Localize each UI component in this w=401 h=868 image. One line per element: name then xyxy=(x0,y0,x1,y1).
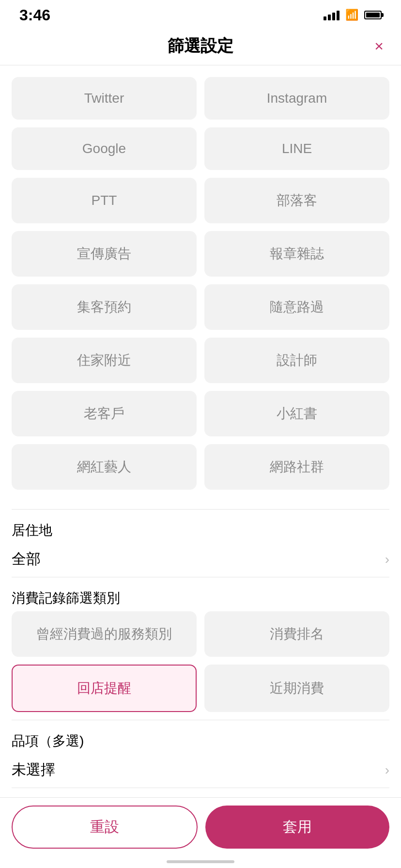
source-button-網路社群[interactable]: 網路社群 xyxy=(204,444,389,490)
consumption-rows: 曾經消費過的服務類別消費排名回店提醒近期消費 xyxy=(12,611,389,712)
source-button-網紅藝人[interactable]: 網紅藝人 xyxy=(12,444,197,490)
source-button-row: TwitterInstagram xyxy=(12,77,389,120)
apply-button[interactable]: 套用 xyxy=(205,806,389,849)
content-area: TwitterInstagramGoogleLINEPTT部落客宣傳廣告報章雜誌… xyxy=(0,65,401,868)
items-section: 品項（多選) 未選擇 › xyxy=(12,720,389,788)
page-title: 篩選設定 xyxy=(168,35,233,57)
source-button-住家附近[interactable]: 住家附近 xyxy=(12,338,197,383)
source-button-宣傳廣告[interactable]: 宣傳廣告 xyxy=(12,231,197,277)
bottom-bar: 重設 套用 xyxy=(0,797,401,868)
source-button-row: 住家附近設計師 xyxy=(12,338,389,383)
residence-label: 居住地 xyxy=(12,510,389,543)
status-time: 3:46 xyxy=(19,6,50,24)
source-button-Google[interactable]: Google xyxy=(12,127,197,170)
source-button-部落客[interactable]: 部落客 xyxy=(204,178,389,223)
consumption-button-消費排名[interactable]: 消費排名 xyxy=(204,611,389,657)
consumption-filter-section: 消費記錄篩選類別 曾經消費過的服務類別消費排名回店提醒近期消費 xyxy=(12,577,389,712)
source-button-Twitter[interactable]: Twitter xyxy=(12,77,197,120)
header: 篩選設定 × xyxy=(0,27,401,65)
source-button-Instagram[interactable]: Instagram xyxy=(204,77,389,120)
consumption-button-近期消費[interactable]: 近期消費 xyxy=(204,665,389,712)
home-indicator xyxy=(167,860,234,863)
source-button-PTT[interactable]: PTT xyxy=(12,178,197,223)
status-icons: 📶 xyxy=(324,9,382,21)
consumption-button-回店提醒[interactable]: 回店提醒 xyxy=(12,665,197,712)
close-button[interactable]: × xyxy=(374,38,384,54)
residence-section: 居住地 全部 › xyxy=(12,510,389,577)
source-button-row: 老客戶小紅書 xyxy=(12,391,389,436)
source-button-row: 網紅藝人網路社群 xyxy=(12,444,389,490)
residence-row[interactable]: 全部 › xyxy=(12,543,389,577)
items-row[interactable]: 未選擇 › xyxy=(12,754,389,788)
consumption-filter-label: 消費記錄篩選類別 xyxy=(12,577,389,611)
source-button-row: 集客預約隨意路過 xyxy=(12,284,389,330)
source-rows: TwitterInstagramGoogleLINEPTT部落客宣傳廣告報章雜誌… xyxy=(12,77,389,490)
source-button-row: 宣傳廣告報章雜誌 xyxy=(12,231,389,277)
items-label: 品項（多選) xyxy=(12,720,389,754)
residence-arrow-icon: › xyxy=(385,552,389,567)
items-arrow-icon: › xyxy=(385,762,389,778)
consumption-button-row: 回店提醒近期消費 xyxy=(12,665,389,712)
source-button-隨意路過[interactable]: 隨意路過 xyxy=(204,284,389,330)
battery-icon xyxy=(364,11,382,19)
wifi-icon: 📶 xyxy=(345,9,358,21)
source-button-LINE[interactable]: LINE xyxy=(204,127,389,170)
source-section: TwitterInstagramGoogleLINEPTT部落客宣傳廣告報章雜誌… xyxy=(12,65,389,505)
source-button-報章雜誌[interactable]: 報章雜誌 xyxy=(204,231,389,277)
status-bar: 3:46 📶 xyxy=(0,0,401,27)
signal-icon xyxy=(324,10,339,20)
source-button-小紅書[interactable]: 小紅書 xyxy=(204,391,389,436)
consumption-button-曾經消費過的服務類別[interactable]: 曾經消費過的服務類別 xyxy=(12,611,197,657)
reset-button[interactable]: 重設 xyxy=(12,806,198,849)
source-button-row: GoogleLINE xyxy=(12,127,389,170)
source-button-row: PTT部落客 xyxy=(12,178,389,223)
consumption-button-row: 曾經消費過的服務類別消費排名 xyxy=(12,611,389,657)
source-button-設計師[interactable]: 設計師 xyxy=(204,338,389,383)
source-button-集客預約[interactable]: 集客預約 xyxy=(12,284,197,330)
source-button-老客戶[interactable]: 老客戶 xyxy=(12,391,197,436)
items-value: 未選擇 xyxy=(12,760,55,780)
residence-value: 全部 xyxy=(12,549,41,569)
